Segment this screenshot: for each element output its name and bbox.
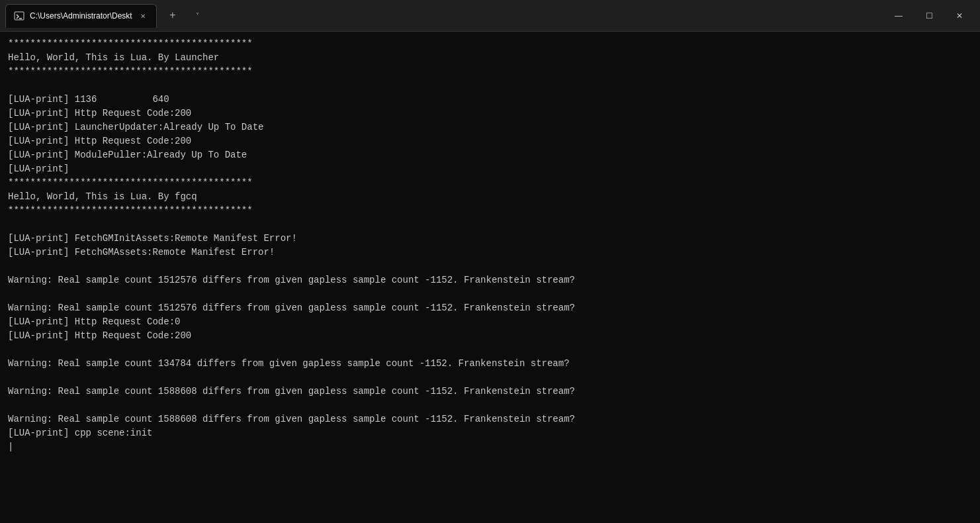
terminal-line <box>8 343 972 357</box>
terminal-line <box>8 440 972 454</box>
window-controls: — ☐ ✕ <box>883 0 975 32</box>
terminal-line: Warning: Real sample count 1588608 diffe… <box>8 385 972 399</box>
terminal-line: [LUA-print] Http Request Code:200 <box>8 107 972 120</box>
terminal-line <box>8 399 972 412</box>
terminal-line: [LUA-print] Http Request Code:0 <box>8 315 972 329</box>
new-tab-button[interactable]: + <box>162 5 183 26</box>
terminal-line: [LUA-print] FetchGMAssets:Remote Manifes… <box>8 246 972 260</box>
terminal-line <box>8 260 972 273</box>
terminal-line: ****************************************… <box>8 204 972 218</box>
title-bar: C:\Users\Administrator\Deskt ✕ + ˅ — ☐ ✕ <box>0 0 980 32</box>
terminal-line: [LUA-print] 1136 640 <box>8 93 972 107</box>
close-button[interactable]: ✕ <box>944 0 975 32</box>
terminal-line: [LUA-print] FetchGMInitAssets:Remote Man… <box>8 232 972 246</box>
terminal-line <box>8 218 972 232</box>
terminal-line: [LUA-print] LauncherUpdater:Already Up T… <box>8 120 972 134</box>
terminal-line: Warning: Real sample count 1512576 diffe… <box>8 273 972 287</box>
terminal-line: [LUA-print] cpp scene:init <box>8 426 972 440</box>
terminal-line: Warning: Real sample count 1588608 diffe… <box>8 412 972 426</box>
terminal-line <box>8 287 972 301</box>
terminal-line: [LUA-print] Http Request Code:200 <box>8 329 972 343</box>
terminal-line: [LUA-print] <box>8 162 972 176</box>
minimize-button[interactable]: — <box>883 0 914 32</box>
terminal-line <box>8 371 972 385</box>
terminal-line: [LUA-print] ModulePuller:Already Up To D… <box>8 148 972 162</box>
terminal-line: [LUA-print] Http Request Code:200 <box>8 134 972 148</box>
terminal-line: ****************************************… <box>8 37 972 51</box>
terminal-line: Hello, World, This is Lua. By Launcher <box>8 51 972 65</box>
terminal-tab-icon <box>14 11 24 21</box>
title-bar-left: C:\Users\Administrator\Deskt ✕ + ˅ <box>5 4 207 28</box>
terminal-line: Warning: Real sample count 134784 differ… <box>8 357 972 371</box>
terminal-line <box>8 79 972 93</box>
terminal-tab[interactable]: C:\Users\Administrator\Deskt ✕ <box>5 4 157 28</box>
terminal-line: Hello, World, This is Lua. By fgcq <box>8 190 972 204</box>
maximize-button[interactable]: ☐ <box>914 0 944 32</box>
tab-dropdown-button[interactable]: ˅ <box>189 7 207 25</box>
terminal-body[interactable]: ****************************************… <box>0 32 980 523</box>
terminal-line: Warning: Real sample count 1512576 diffe… <box>8 301 972 315</box>
tab-close-button[interactable]: ✕ <box>138 11 148 21</box>
terminal-line: ****************************************… <box>8 65 972 79</box>
terminal-line: ****************************************… <box>8 176 972 190</box>
terminal-tab-label: C:\Users\Administrator\Deskt <box>30 11 132 21</box>
